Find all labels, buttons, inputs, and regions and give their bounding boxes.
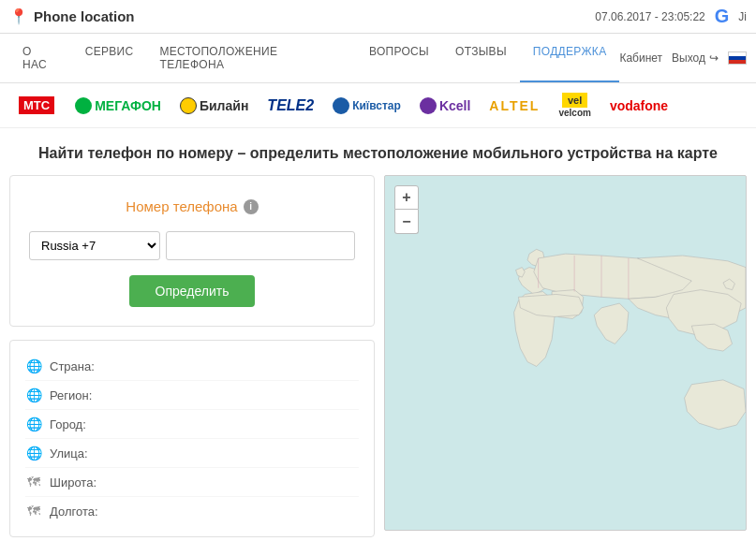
kyivstar-label: Київстар	[352, 99, 401, 112]
phone-row: Russia +7	[29, 231, 355, 260]
nav-item-support[interactable]: ПОДДЕРЖКА	[520, 34, 620, 82]
info-row-latitude: 🗺 Широта:	[25, 468, 359, 497]
locate-button[interactable]: Определить	[129, 275, 256, 307]
kyivstar-icon	[333, 97, 349, 114]
info-row-street: 🌐 Улица:	[25, 439, 359, 468]
phone-label: Номер телефона i	[29, 198, 355, 214]
logout-link[interactable]: Выход ↪	[672, 51, 719, 65]
globe-icon-city: 🌐	[25, 416, 42, 432]
brand-tele2[interactable]: TELE2	[267, 97, 314, 114]
nav: О НАС СЕРВИС МЕСТОПОЛОЖЕНИЕ ТЕЛЕФОНА ВОП…	[0, 34, 756, 83]
altel-label: ALTEL	[489, 98, 540, 113]
cabinet-link[interactable]: Кабинет	[619, 51, 662, 65]
kcell-label: Kcell	[439, 98, 470, 113]
phone-input[interactable]	[166, 231, 355, 260]
vodafone-label: vodafone	[610, 98, 668, 113]
google-icon: G	[715, 6, 730, 27]
info-icon[interactable]: i	[244, 199, 259, 214]
tele2-label: TELE2	[267, 97, 314, 114]
megafon-label: МЕГАФОН	[95, 98, 161, 113]
header: 📍 Phone location 07.06.2017 - 23:05:22 G…	[0, 0, 756, 34]
country-select[interactable]: Russia +7	[29, 231, 160, 260]
left-panel: Номер телефона i Russia +7 Определить 🌐 …	[9, 175, 375, 537]
nav-item-questions[interactable]: ВОПРОСЫ	[356, 34, 442, 82]
brand-kyivstar[interactable]: Київстар	[333, 97, 401, 114]
logout-icon: ↪	[709, 51, 719, 65]
map-svg	[385, 176, 746, 530]
beeline-label: Билайн	[200, 98, 248, 113]
zoom-in-button[interactable]: +	[394, 185, 419, 210]
brand-mts[interactable]: МТС	[19, 96, 56, 114]
flag-icon	[728, 51, 747, 65]
google-label: Ji	[738, 10, 747, 23]
main-heading: Найти телефон по номеру – определить мес…	[0, 128, 756, 175]
globe-icon-region: 🌐	[25, 387, 42, 403]
nav-item-about[interactable]: О НАС	[9, 34, 72, 82]
info-row-city: 🌐 Город:	[25, 410, 359, 439]
datetime: 07.06.2017 - 23:05:22	[595, 10, 704, 23]
nav-item-reviews[interactable]: ОТЗЫВЫ	[442, 34, 520, 82]
form-card: Номер телефона i Russia +7 Определить	[9, 175, 375, 327]
brand-velcom[interactable]: vel velcom	[558, 93, 590, 118]
nav-right: Кабинет Выход ↪	[619, 51, 747, 65]
megafon-icon	[75, 97, 92, 114]
info-card: 🌐 Страна: 🌐 Регион: 🌐 Город: 🌐 Улица: 🗺 …	[9, 340, 375, 537]
info-row-country: 🌐 Страна:	[25, 352, 359, 381]
mts-box: МТС	[19, 96, 54, 114]
logo-text: Phone location	[34, 8, 135, 24]
info-row-region: 🌐 Регион:	[25, 381, 359, 410]
logo: 📍 Phone location	[9, 7, 135, 25]
header-right: 07.06.2017 - 23:05:22 G Ji	[595, 6, 747, 27]
brand-megafon[interactable]: МЕГАФОН	[75, 97, 161, 114]
brand-altel[interactable]: ALTEL	[489, 98, 540, 113]
nav-item-service[interactable]: СЕРВИС	[72, 34, 147, 82]
kcell-icon	[420, 97, 437, 114]
map-area: + −	[384, 175, 747, 531]
nav-left: О НАС СЕРВИС МЕСТОПОЛОЖЕНИЕ ТЕЛЕФОНА ВОП…	[9, 34, 619, 82]
velcom-box: vel	[562, 93, 587, 108]
brand-beeline[interactable]: Билайн	[180, 97, 248, 114]
globe-icon-country: 🌐	[25, 358, 42, 374]
pin-icon: 📍	[9, 7, 28, 25]
map-controls: + −	[394, 185, 419, 234]
map-icon-latitude: 🗺	[25, 474, 42, 490]
brands-bar: МТС МЕГАФОН Билайн TELE2 Київстар Kcell …	[0, 83, 756, 128]
map-icon-longitude: 🗺	[25, 503, 42, 519]
velcom-label: velcom	[558, 108, 590, 118]
beeline-icon	[180, 97, 197, 114]
content-area: Номер телефона i Russia +7 Определить 🌐 …	[0, 175, 756, 547]
brand-kcell[interactable]: Kcell	[420, 97, 470, 114]
info-row-longitude: 🗺 Долгота:	[25, 497, 359, 525]
globe-icon-street: 🌐	[25, 445, 42, 461]
zoom-out-button[interactable]: −	[394, 210, 419, 234]
brand-vodafone[interactable]: vodafone	[610, 98, 668, 113]
nav-item-location[interactable]: МЕСТОПОЛОЖЕНИЕ ТЕЛЕФОНА	[147, 34, 356, 82]
